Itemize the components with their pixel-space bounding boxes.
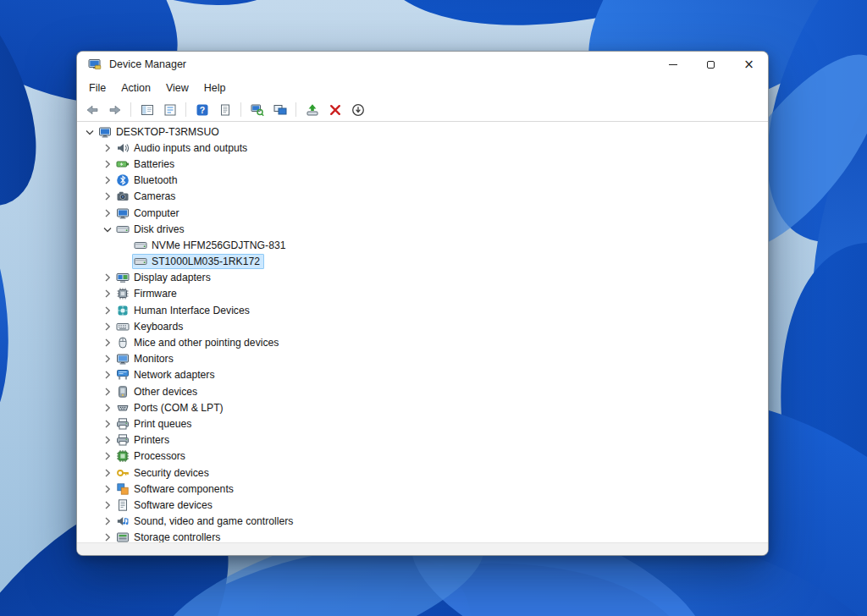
tree-item-software-devices[interactable]: Software devices xyxy=(77,497,768,513)
tree-item-print-queues[interactable]: Print queues xyxy=(77,415,768,432)
uninstall-device-button[interactable] xyxy=(324,100,345,119)
chevron-collapsed-icon[interactable] xyxy=(100,271,114,284)
tree-item-target[interactable]: Network adapters xyxy=(114,367,219,382)
tree-item-target[interactable]: Bluetooth xyxy=(114,173,182,188)
selected-tree-item[interactable]: ST1000LM035-1RK172 xyxy=(132,254,264,269)
tree-item-target[interactable]: Printers xyxy=(114,432,174,448)
scan-hardware-changes-button[interactable] xyxy=(246,100,268,119)
tree-item-target[interactable]: Human Interface Devices xyxy=(114,303,254,318)
tree-item-label: DESKTOP-T3RMSUO xyxy=(116,125,219,139)
tree-item-computer[interactable]: Computer xyxy=(77,205,768,221)
titlebar[interactable]: Device Manager × xyxy=(77,52,768,77)
chevron-collapsed-icon[interactable] xyxy=(100,173,114,187)
tree-item-network-adapters[interactable]: Network adapters xyxy=(77,367,768,383)
export-list-button[interactable] xyxy=(214,100,235,119)
tree-item-mice-and-other-pointing-devices[interactable]: Mice and other pointing devices xyxy=(77,334,768,350)
tree-item-target[interactable]: Other devices xyxy=(114,384,202,399)
chevron-collapsed-icon[interactable] xyxy=(100,514,114,528)
tree-item-target[interactable]: Sound, video and game controllers xyxy=(114,514,297,529)
tree-item-monitors[interactable]: Monitors xyxy=(77,351,768,367)
tree-item-bluetooth[interactable]: Bluetooth xyxy=(77,173,768,189)
chevron-collapsed-icon[interactable] xyxy=(100,368,114,382)
chevron-collapsed-icon[interactable] xyxy=(100,531,114,542)
maximize-button[interactable] xyxy=(692,52,730,77)
tree-item-keyboards[interactable]: Keyboards xyxy=(77,318,768,334)
tree-item-target[interactable]: Keyboards xyxy=(114,319,187,334)
tree-item-human-interface-devices[interactable]: Human Interface Devices xyxy=(77,302,768,318)
keyboard-icon xyxy=(116,320,130,333)
menu-view[interactable]: View xyxy=(158,80,196,96)
chevron-collapsed-icon[interactable] xyxy=(100,287,114,300)
tree-item-display-adapters[interactable]: Display adapters xyxy=(77,270,768,286)
toolbar-separator xyxy=(185,102,186,117)
tree-item-target[interactable]: Mice and other pointing devices xyxy=(114,335,283,350)
tree-item-sound-video-and-game-controllers[interactable]: Sound, video and game controllers xyxy=(77,514,768,530)
chevron-collapsed-icon[interactable] xyxy=(100,352,114,366)
tree-item-target[interactable]: DESKTOP-T3RMSUO xyxy=(97,124,224,140)
tree-item-target[interactable]: Computer xyxy=(114,206,184,221)
tree-item-target[interactable]: Processors xyxy=(114,448,190,464)
chevron-collapsed-icon[interactable] xyxy=(100,433,114,447)
tree-item-target[interactable]: Security devices xyxy=(114,465,213,481)
tree-item-target[interactable]: Disk drives xyxy=(114,222,189,237)
tree-item-firmware[interactable]: Firmware xyxy=(77,286,768,302)
show-console-tree-button[interactable] xyxy=(136,100,157,119)
tree-item-other-devices[interactable]: Other devices xyxy=(77,383,768,399)
menu-help[interactable]: Help xyxy=(196,80,234,96)
chevron-expanded-icon[interactable] xyxy=(100,223,114,236)
scan-hw-icon xyxy=(251,103,264,117)
disable-device-button[interactable] xyxy=(347,100,368,119)
menu-file[interactable]: File xyxy=(81,80,113,96)
back-button[interactable] xyxy=(81,100,102,119)
tree-item-processors[interactable]: Processors xyxy=(77,448,768,465)
tree-item-target[interactable]: Firmware xyxy=(114,286,181,301)
help-button[interactable]: ? xyxy=(191,100,213,119)
tree-item-disk-drives[interactable]: Disk drives xyxy=(77,221,768,237)
tree-item-batteries[interactable]: Batteries xyxy=(77,156,768,172)
tree-item-ports-com-lpt[interactable]: Ports (COM & LPT) xyxy=(77,399,768,415)
tree-item-target[interactable]: NVMe HFM256GDJTNG-831 xyxy=(132,238,290,253)
forward-button[interactable] xyxy=(104,100,125,119)
chevron-collapsed-icon[interactable] xyxy=(100,385,114,399)
tree-item-cameras[interactable]: Cameras xyxy=(77,189,768,205)
tree-item-software-components[interactable]: Software components xyxy=(77,481,768,497)
chevron-collapsed-icon[interactable] xyxy=(100,401,114,415)
tree-item-target[interactable]: Audio inputs and outputs xyxy=(114,140,251,156)
tree-item-security-devices[interactable]: Security devices xyxy=(77,465,768,481)
chevron-collapsed-icon[interactable] xyxy=(100,336,114,349)
chevron-collapsed-icon[interactable] xyxy=(100,498,114,512)
chevron-collapsed-icon[interactable] xyxy=(100,157,114,171)
change-view-button[interactable] xyxy=(269,100,290,119)
close-button[interactable]: × xyxy=(730,52,768,77)
tree-item-desktop-t3rmsuo[interactable]: DESKTOP-T3RMSUO xyxy=(77,124,768,140)
chevron-collapsed-icon[interactable] xyxy=(100,190,114,203)
tree-item-target[interactable]: Print queues xyxy=(114,416,196,432)
update-driver-button[interactable] xyxy=(301,100,323,119)
chevron-collapsed-icon[interactable] xyxy=(100,304,114,317)
tree-item-target[interactable]: Monitors xyxy=(114,351,178,366)
chevron-expanded-icon[interactable] xyxy=(82,125,97,139)
tree-item-target[interactable]: Software components xyxy=(114,481,238,497)
chevron-collapsed-icon[interactable] xyxy=(100,320,114,333)
chevron-collapsed-icon[interactable] xyxy=(100,141,114,155)
chevron-collapsed-icon[interactable] xyxy=(100,482,114,496)
tree-item-printers[interactable]: Printers xyxy=(77,432,768,448)
chevron-collapsed-icon[interactable] xyxy=(100,417,114,431)
chevron-collapsed-icon[interactable] xyxy=(100,206,114,220)
tree-item-audio-inputs-and-outputs[interactable]: Audio inputs and outputs xyxy=(77,140,768,156)
tree-item-nvme-hfm256gdjtng-831[interactable]: NVMe HFM256GDJTNG-831 xyxy=(77,237,768,253)
tree-item-st1000lm035-1rk172[interactable]: ST1000LM035-1RK172 xyxy=(77,254,768,270)
tree-item-target[interactable]: Software devices xyxy=(114,498,217,513)
tree-item-target[interactable]: Cameras xyxy=(114,189,179,204)
properties-button[interactable] xyxy=(159,100,180,119)
tree-item-target[interactable]: Batteries xyxy=(114,157,179,172)
chevron-collapsed-icon[interactable] xyxy=(100,466,114,480)
tree-item-target[interactable]: Display adapters xyxy=(114,270,215,285)
minimize-button[interactable] xyxy=(654,52,692,77)
tree-item-target[interactable]: Ports (COM & LPT) xyxy=(114,400,228,415)
menu-action[interactable]: Action xyxy=(113,80,158,96)
tree-item-storage-controllers[interactable]: Storage controllers xyxy=(77,530,768,542)
tree-item-target[interactable]: Storage controllers xyxy=(114,530,224,542)
chevron-collapsed-icon[interactable] xyxy=(100,449,114,463)
tree-item-label: Other devices xyxy=(134,385,197,399)
